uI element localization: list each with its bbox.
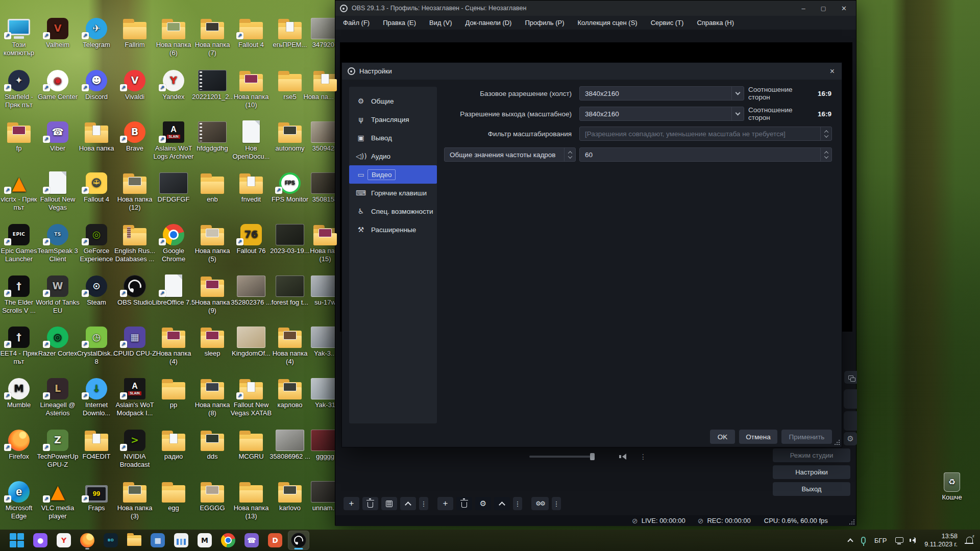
desktop-icon[interactable]: 20221201_2.. [190, 65, 234, 101]
desktop-icon[interactable]: ◷↗CrystalDisk... 8 [75, 321, 118, 366]
desktop-icon[interactable]: Нова папка (9) [190, 270, 234, 315]
studio-mode-button[interactable]: Режим студии [773, 448, 850, 462]
volume-tray-icon[interactable] [912, 538, 916, 543]
microphone-tray-icon[interactable] [861, 537, 866, 544]
sidebar-item-hotkeys[interactable]: ⌨Горячие клавиши [349, 184, 437, 202]
desktop-icon[interactable]: ▲↗VLC media player [36, 476, 80, 521]
desktop-icon[interactable]: enb [190, 167, 234, 204]
desktop-icon[interactable]: Нова папка [75, 116, 118, 153]
desktop-icon[interactable]: ↗Fallout New Vegas [36, 167, 80, 212]
fps-type-combo[interactable]: Общие значения частоты кадров [444, 147, 576, 162]
desktop-icon[interactable]: ✈↗Telegram [75, 13, 118, 49]
menu-item[interactable]: Правка (Е) [376, 17, 423, 29]
obs-titlebar[interactable]: OBS 29.1.3 - Профиль: Неозаглавен - Сцен… [335, 1, 856, 16]
menu-item[interactable]: Вид (V) [423, 17, 458, 29]
settings-close-button[interactable]: × [823, 67, 842, 76]
desktop-icon[interactable]: Нова папка (12) [113, 167, 157, 212]
mixer-gear-button[interactable]: ⚙ [844, 432, 857, 445]
desktop-icon[interactable]: †↗EET4 - Пряк път [0, 321, 41, 366]
desktop-icon[interactable]: M↗Mumble [0, 373, 41, 409]
desktop-icon[interactable]: ASLAIN↗Aslains WoT Logs Archiver [152, 116, 195, 161]
apply-button[interactable]: Применить [781, 430, 832, 444]
desktop-icon[interactable]: ☎↗Viber [36, 116, 80, 153]
maximize-button[interactable]: ▢ [821, 5, 826, 12]
desktop-icon[interactable]: ▦↗CPUID CPU-Z [113, 321, 157, 358]
desktop-icon[interactable]: MCGRU [229, 424, 273, 461]
desktop-icon[interactable]: ⊙↗Steam [75, 270, 118, 307]
desktop-icon[interactable]: TS↗TeamSpeak 3 Client [36, 219, 80, 264]
language-indicator[interactable]: БГР [874, 537, 887, 544]
taskbar-bo-app[interactable]: BO [100, 531, 121, 550]
scene-filters-button[interactable] [381, 497, 397, 510]
fps-value-combo[interactable]: 60 [579, 147, 832, 162]
desktop-icon[interactable]: sleep [190, 321, 234, 358]
menu-item[interactable]: Сервис (Т) [644, 17, 691, 29]
desktop-icon[interactable]: 76↗Fallout 76 [229, 219, 273, 255]
desktop-icon[interactable]: EPIC↗Epic Games Launcher [0, 219, 41, 264]
desktop-icon[interactable]: pp [152, 373, 195, 409]
mixer-menu-icon[interactable]: ⋮ [640, 453, 647, 461]
desktop-icon[interactable]: Нова папка (3) [113, 476, 157, 521]
sidebar-item-advanced[interactable]: ⚒Расширенные [349, 220, 437, 239]
desktop-icon[interactable]: Нова папка (5) [190, 219, 234, 264]
output-resolution-combo[interactable]: 3840x2160 [579, 107, 744, 121]
desktop-icon[interactable]: 352802376 ... [229, 270, 273, 307]
desktop-icon[interactable]: Нова папка (6) [152, 13, 195, 58]
advanced-audio-button[interactable]: ⚙⚙ [531, 497, 549, 510]
desktop-icon[interactable]: KingdomOf... [229, 321, 273, 358]
window-resize-grip[interactable] [849, 519, 854, 524]
desktop-icon[interactable]: L↗Lineagell @ Asterios [36, 373, 80, 418]
desktop-icon[interactable]: English Rus... Databases ... [113, 219, 157, 264]
minimize-button[interactable]: – [801, 5, 805, 12]
desktop-icon[interactable]: Нов OpenDocu... [229, 116, 273, 161]
desktop-icon[interactable]: ◎↗GeForce Experience [75, 219, 118, 264]
exit-button[interactable]: Выход [773, 482, 850, 496]
desktop-icon[interactable]: Нова папка (8) [190, 373, 234, 418]
desktop-icon[interactable]: Нова папка (7) [190, 13, 234, 58]
source-menu-button[interactable]: ⋮ [513, 497, 522, 510]
taskbar-viber[interactable]: ☎ [241, 531, 262, 550]
desktop-icon[interactable]: >↗NVIDIA Broadcast [113, 424, 157, 469]
menu-item[interactable]: Файл (F) [336, 17, 376, 29]
menu-item[interactable]: Док-панели (D) [459, 17, 519, 29]
taskbar-duckduckgo[interactable]: D [264, 531, 286, 550]
desktop-icon[interactable]: ☻↗Discord [75, 65, 118, 101]
taskbar-firefox[interactable] [77, 531, 98, 550]
tray-chevron-up-icon[interactable] [847, 538, 853, 544]
notifications-bell-icon[interactable] [966, 537, 973, 543]
desktop-icon[interactable]: e↗Microsoft Edge [0, 476, 41, 521]
network-tray-icon[interactable] [895, 537, 903, 543]
desktop-icon[interactable]: DFDGFGF [152, 167, 195, 204]
desktop-icon[interactable]: ◉↗Game Center [36, 65, 80, 101]
desktop-icon[interactable]: V↗Vivaldi [113, 65, 157, 101]
desktop-icon[interactable]: dds [190, 424, 234, 461]
taskbar-yandex-browser[interactable]: Y [53, 531, 75, 550]
source-properties-button[interactable]: ⚙ [475, 497, 491, 510]
taskbar-mumble[interactable]: M [194, 531, 215, 550]
close-button[interactable]: ✕ [841, 5, 847, 12]
volume-slider[interactable] [529, 456, 594, 458]
desktop-icon[interactable]: ↗Fallout New Vegas XATAB [229, 373, 273, 418]
desktop-icon[interactable]: ▲↗vlcrtx - Пряк път [0, 167, 41, 212]
desktop-icon[interactable]: радио [152, 424, 195, 461]
taskbar-chrome[interactable] [217, 531, 239, 550]
desktop-icon[interactable]: W↗World of Tanks EU [36, 270, 80, 315]
desktop-icon[interactable]: 99↗Fraps [75, 476, 118, 512]
desktop-icon[interactable]: ↗Този компютър [0, 13, 41, 58]
source-up-button[interactable] [494, 497, 510, 510]
desktop-icon[interactable]: ↗LibreOffice 7.5 [152, 270, 195, 307]
mixer-menu2-icon[interactable]: ⋮ [552, 497, 561, 510]
recycle-bin[interactable]: ♻ Кошче [930, 465, 974, 502]
ok-button[interactable]: OK [710, 430, 735, 444]
desktop-icon[interactable]: Y↗Yandex [152, 65, 195, 101]
taskbar-yandex-alice[interactable]: ● [30, 531, 51, 550]
settings-dialog-titlebar[interactable]: Настройки × [342, 63, 842, 80]
menu-item[interactable]: Профиль (Р) [518, 17, 571, 29]
taskbar-file-explorer[interactable] [124, 531, 145, 550]
volume-slider-handle[interactable] [590, 453, 595, 460]
menu-item[interactable]: Коллекция сцен (S) [571, 17, 644, 29]
dialog-resize-grip[interactable] [834, 439, 840, 445]
desktop-icon[interactable]: hfdgdgdhg [190, 116, 234, 153]
desktop-icon[interactable]: ↗Fallout 4 [229, 13, 273, 49]
taskbar-start[interactable] [6, 531, 28, 550]
